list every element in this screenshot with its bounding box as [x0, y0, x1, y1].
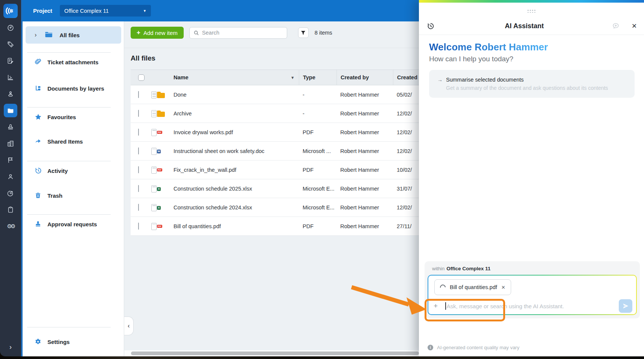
page-title: All files	[131, 54, 155, 62]
sidebar-item-trash[interactable]: Trash	[23, 190, 123, 201]
file-type: Microsoft E...	[299, 186, 336, 192]
ai-panel-header: AI Assistant ✕	[419, 18, 644, 34]
sidebar-item-all-files[interactable]: › All files	[26, 26, 121, 44]
add-new-item-button[interactable]: + Add new item	[131, 27, 184, 39]
divider	[27, 214, 111, 215]
flag-icon[interactable]	[4, 153, 17, 167]
composer-input-box[interactable]: Bill of quantities.pdf ✕ +	[428, 275, 637, 315]
collapse-sidebar-tab[interactable]: ‹	[124, 317, 134, 335]
file-name: Bill of quantities.pdf	[174, 223, 299, 229]
sidebar-item-label: Settings	[47, 339, 70, 345]
add-attachment-icon[interactable]: +	[434, 302, 438, 310]
clipboard-icon[interactable]	[4, 203, 17, 217]
close-icon[interactable]: ✕	[624, 22, 644, 30]
icon-rail: ⚙⚙ ›	[0, 0, 23, 356]
row-checkbox[interactable]	[138, 166, 139, 173]
search-icon	[193, 30, 199, 36]
row-checkbox[interactable]	[138, 147, 139, 155]
row-checkbox-cell	[131, 167, 152, 173]
chevron-right-icon[interactable]: ›	[35, 32, 37, 38]
file-created-by: Robert Hammer	[336, 167, 393, 173]
ai-assistant-panel: AI Assistant ✕ Welcome Robert Hammer How…	[419, 0, 644, 356]
composer-area: withinOffice Complex 11 Bill of quantiti…	[425, 261, 640, 318]
filter-button[interactable]	[298, 27, 309, 38]
scope-line: withinOffice Complex 11	[432, 266, 490, 271]
row-checkbox-cell	[131, 185, 152, 192]
sidebar-item-favourites[interactable]: Favourites	[23, 112, 123, 122]
sidebar-item-settings[interactable]: Settings	[23, 336, 123, 347]
divider	[27, 107, 111, 108]
app-window: Project Office Complex 11 ▼	[0, 0, 644, 359]
panel-accent-gradient	[419, 0, 644, 3]
add-new-item-label: Add new item	[143, 30, 178, 36]
horizontal-scrollbar-thumb[interactable]	[131, 351, 419, 355]
buildings-icon[interactable]	[4, 137, 17, 150]
file-icon-cell: PDF	[152, 129, 174, 136]
scope-value: Office Complex 11	[446, 266, 490, 271]
row-checkbox[interactable]	[138, 91, 139, 98]
file-name: Done	[174, 92, 299, 98]
column-name[interactable]: Name ▾	[174, 70, 299, 85]
tags-icon[interactable]	[4, 38, 17, 51]
row-checkbox[interactable]	[138, 204, 139, 211]
suggestion-card[interactable]: → Summarise selected documents Get a sum…	[429, 70, 635, 98]
person-icon[interactable]	[4, 170, 17, 183]
file-type: Microsoft E...	[299, 204, 336, 211]
stamp-icon[interactable]	[4, 120, 17, 134]
project-selector[interactable]: Office Complex 11 ▼	[60, 5, 151, 17]
person-pin-icon[interactable]	[4, 87, 17, 101]
ai-panel-title: AI Assistant	[442, 22, 607, 30]
sidebar-item-approval-requests[interactable]: Approval requests	[23, 219, 123, 229]
sidebar-item-label: Trash	[47, 192, 62, 199]
row-checkbox-cell	[131, 110, 152, 117]
sort-caret-icon[interactable]: ▾	[291, 75, 294, 80]
gears-icon[interactable]: ⚙⚙	[4, 220, 17, 233]
chip-label: Bill of quantities.pdf	[450, 284, 497, 290]
new-chat-icon[interactable]	[607, 22, 624, 30]
row-checkbox[interactable]	[138, 185, 139, 192]
remove-chip-icon[interactable]: ✕	[501, 285, 505, 290]
stamp-icon	[34, 220, 42, 228]
pie-chart-icon[interactable]	[4, 186, 17, 200]
divider	[27, 327, 111, 327]
folder-icon[interactable]	[4, 104, 17, 117]
sidebar-item-activity[interactable]: Activity	[23, 165, 123, 176]
attached-document-chip[interactable]: Bill of quantities.pdf ✕	[434, 279, 511, 295]
file-type: PDF	[299, 223, 336, 229]
file-icon-cell: X	[152, 185, 174, 192]
file-name: Invoice drywal works.pdf	[174, 129, 299, 135]
bar-chart-icon[interactable]	[4, 71, 17, 84]
search-box[interactable]	[189, 27, 287, 39]
plus-icon: +	[137, 29, 140, 36]
search-input[interactable]	[202, 30, 283, 36]
column-created-by[interactable]: Created by	[336, 70, 393, 85]
row-checkbox-cell	[131, 129, 152, 136]
trash-icon	[34, 192, 42, 199]
arrow-right-icon: →	[437, 77, 443, 83]
row-checkbox[interactable]	[138, 110, 139, 117]
file-created-by: Robert Hammer	[336, 129, 393, 135]
chevron-left-icon: ‹	[128, 323, 129, 329]
column-type[interactable]: Type	[299, 70, 336, 85]
drag-handle-icon[interactable]	[528, 10, 536, 13]
sidebar-item-documents-by-layers[interactable]: Documents by layers	[23, 83, 123, 94]
sidebar-item-ticket-attachments[interactable]: Ticket attachments	[23, 57, 123, 67]
disclaimer-text: AI-generated content quality may vary	[437, 345, 519, 350]
row-checkbox[interactable]	[138, 129, 139, 136]
expand-rail-chevron-icon[interactable]: ›	[0, 343, 21, 351]
star-icon	[34, 113, 42, 121]
row-checkbox[interactable]	[138, 223, 139, 230]
history-icon[interactable]	[419, 22, 442, 30]
ai-message-input[interactable]	[447, 303, 619, 309]
sidebar-item-shared-items[interactable]: Shared Items	[23, 136, 123, 147]
scope-label: within	[432, 266, 445, 271]
project-label: Project	[33, 8, 52, 14]
select-all-checkbox[interactable]	[138, 74, 145, 81]
text-caret	[445, 302, 446, 310]
file-type: -	[299, 92, 336, 98]
send-button[interactable]	[619, 299, 632, 313]
gauge-icon[interactable]	[4, 21, 17, 35]
edit-document-icon[interactable]	[4, 54, 17, 68]
rail-items: ⚙⚙	[4, 21, 17, 236]
app-logo[interactable]	[3, 4, 18, 18]
